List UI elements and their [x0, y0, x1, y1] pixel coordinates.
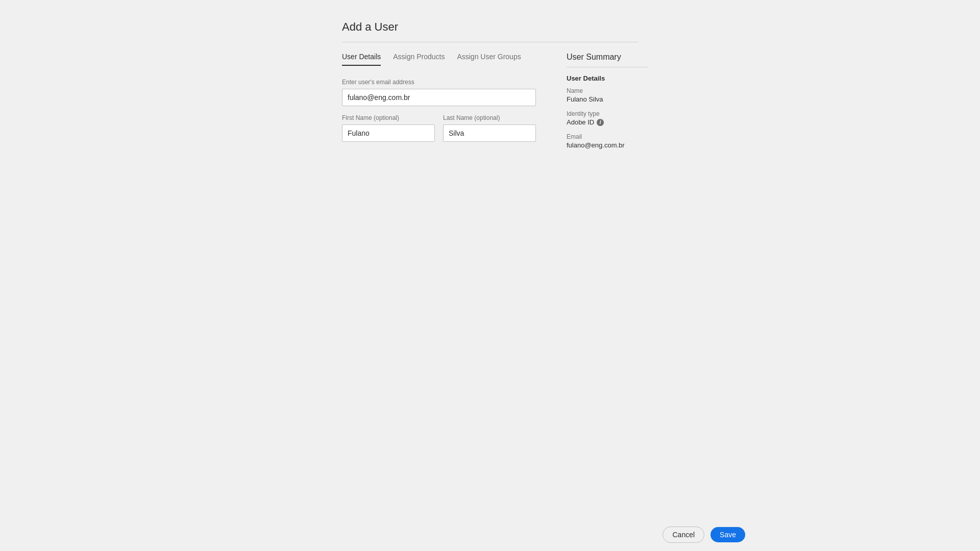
tab-assign-products[interactable]: Assign Products: [393, 53, 445, 66]
tabs-container: User Details Assign Products Assign User…: [342, 53, 536, 66]
tab-assign-user-groups[interactable]: Assign User Groups: [457, 53, 521, 66]
summary-email-field: Email fulano@eng.com.br: [567, 133, 648, 149]
cancel-button[interactable]: Cancel: [663, 527, 704, 543]
summary-identity-value: Adobe ID: [567, 118, 594, 126]
summary-identity-field: Identity type Adobe ID i: [567, 110, 648, 126]
top-divider: [342, 42, 638, 42]
first-name-form-group: First Name (optional): [342, 114, 435, 142]
bottom-bar: Cancel Save: [0, 518, 980, 551]
email-label: Enter user's email address: [342, 79, 536, 86]
main-form: User Details Assign Products Assign User…: [342, 53, 536, 150]
tab-user-details[interactable]: User Details: [342, 53, 381, 66]
summary-name-value: Fulano Silva: [567, 95, 648, 103]
summary-name-label: Name: [567, 87, 648, 94]
summary-email-label: Email: [567, 133, 648, 140]
identity-type-row: Adobe ID i: [567, 118, 648, 126]
last-name-label: Last Name (optional): [443, 114, 536, 121]
last-name-field[interactable]: [443, 124, 536, 142]
summary-identity-label: Identity type: [567, 110, 648, 117]
email-form-group: Enter user's email address: [342, 79, 536, 106]
name-row: First Name (optional) Last Name (optiona…: [342, 114, 536, 150]
page-title: Add a User: [342, 20, 638, 34]
summary-title: User Summary: [567, 53, 648, 62]
save-button[interactable]: Save: [710, 527, 745, 542]
info-icon[interactable]: i: [597, 119, 604, 126]
email-field[interactable]: [342, 89, 536, 106]
summary-email-value: fulano@eng.com.br: [567, 141, 648, 149]
page-container: Add a User User Details Assign Products …: [0, 0, 980, 551]
first-name-label: First Name (optional): [342, 114, 435, 121]
layout: User Details Assign Products Assign User…: [342, 53, 638, 156]
summary-divider: [567, 67, 648, 67]
first-name-field[interactable]: [342, 124, 435, 142]
summary-name-field: Name Fulano Silva: [567, 87, 648, 103]
last-name-form-group: Last Name (optional): [443, 114, 536, 142]
summary-section-title: User Details: [567, 74, 648, 82]
form-section: Enter user's email address First Name (o…: [342, 79, 536, 150]
summary-panel: User Summary User Details Name Fulano Si…: [567, 53, 648, 156]
